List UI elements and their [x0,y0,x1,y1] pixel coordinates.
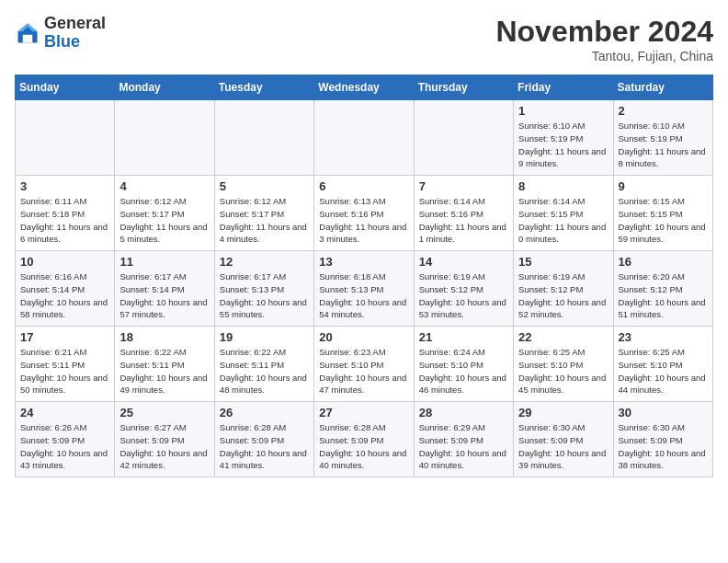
day-number: 27 [319,406,408,419]
day-info: Sunrise: 6:22 AM Sunset: 5:11 PM Dayligh… [220,346,309,396]
day-info: Sunrise: 6:28 AM Sunset: 5:09 PM Dayligh… [319,421,408,472]
day-info: Sunrise: 6:21 AM Sunset: 5:11 PM Dayligh… [20,346,109,396]
day-number: 17 [20,330,109,344]
day-info: Sunrise: 6:16 AM Sunset: 5:14 PM Dayligh… [20,270,109,321]
logo-text: General Blue [44,15,106,52]
day-info: Sunrise: 6:17 AM Sunset: 5:14 PM Dayligh… [119,270,209,321]
calendar-cell: 18Sunrise: 6:22 AM Sunset: 5:11 PM Dayli… [115,327,214,402]
calendar-cell: 4Sunrise: 6:12 AM Sunset: 5:17 PM Daylig… [115,176,214,251]
day-number: 3 [20,179,109,193]
day-number: 20 [319,330,408,344]
calendar-cell: 19Sunrise: 6:22 AM Sunset: 5:11 PM Dayli… [214,327,313,402]
calendar-cell [314,100,414,176]
day-info: Sunrise: 6:23 AM Sunset: 5:10 PM Dayligh… [319,346,408,396]
calendar-cell: 13Sunrise: 6:18 AM Sunset: 5:13 PM Dayli… [314,251,414,327]
day-info: Sunrise: 6:26 AM Sunset: 5:09 PM Dayligh… [20,421,109,472]
calendar-cell: 21Sunrise: 6:24 AM Sunset: 5:10 PM Dayli… [414,327,513,402]
calendar-cell: 22Sunrise: 6:25 AM Sunset: 5:10 PM Dayli… [514,327,613,402]
day-number: 19 [220,330,309,344]
day-number: 22 [518,330,608,344]
day-info: Sunrise: 6:25 AM Sunset: 5:10 PM Dayligh… [619,346,708,396]
col-header-monday: Monday [115,75,214,100]
day-number: 12 [220,255,309,269]
day-number: 4 [119,179,209,193]
calendar-cell: 11Sunrise: 6:17 AM Sunset: 5:14 PM Dayli… [115,251,214,327]
page-header: General Blue November 2024 Tantou, Fujia… [15,15,713,63]
day-number: 1 [518,104,608,118]
calendar-cell: 12Sunrise: 6:17 AM Sunset: 5:13 PM Dayli… [214,251,313,327]
calendar-table: SundayMondayTuesdayWednesdayThursdayFrid… [15,75,713,477]
day-info: Sunrise: 6:14 AM Sunset: 5:16 PM Dayligh… [419,195,508,246]
day-info: Sunrise: 6:29 AM Sunset: 5:09 PM Dayligh… [419,421,508,472]
day-number: 21 [419,330,508,344]
calendar-cell: 25Sunrise: 6:27 AM Sunset: 5:09 PM Dayli… [115,402,214,477]
calendar-cell: 14Sunrise: 6:19 AM Sunset: 5:12 PM Dayli… [414,251,513,327]
day-number: 14 [419,255,508,269]
day-info: Sunrise: 6:10 AM Sunset: 5:19 PM Dayligh… [619,120,708,170]
week-row-1: 1Sunrise: 6:10 AM Sunset: 5:19 PM Daylig… [16,100,713,176]
calendar-cell: 15Sunrise: 6:19 AM Sunset: 5:12 PM Dayli… [514,251,613,327]
calendar-cell: 6Sunrise: 6:13 AM Sunset: 5:16 PM Daylig… [314,176,414,251]
calendar-cell: 30Sunrise: 6:30 AM Sunset: 5:09 PM Dayli… [613,402,712,477]
day-number: 13 [319,255,408,269]
day-number: 18 [119,330,209,344]
calendar-cell: 10Sunrise: 6:16 AM Sunset: 5:14 PM Dayli… [16,251,115,327]
calendar-cell: 2Sunrise: 6:10 AM Sunset: 5:19 PM Daylig… [613,100,712,176]
week-row-4: 17Sunrise: 6:21 AM Sunset: 5:11 PM Dayli… [16,327,713,402]
logo-blue: Blue [44,32,80,51]
calendar-cell: 29Sunrise: 6:30 AM Sunset: 5:09 PM Dayli… [514,402,613,477]
logo-icon [15,20,40,46]
col-header-tuesday: Tuesday [214,75,313,100]
day-number: 28 [419,406,508,419]
calendar-cell: 23Sunrise: 6:25 AM Sunset: 5:10 PM Dayli… [613,327,712,402]
calendar-cell: 3Sunrise: 6:11 AM Sunset: 5:18 PM Daylig… [16,176,115,251]
day-number: 26 [220,406,309,419]
calendar-cell: 27Sunrise: 6:28 AM Sunset: 5:09 PM Dayli… [314,402,414,477]
calendar-cell [115,100,214,176]
day-number: 10 [20,255,109,269]
day-info: Sunrise: 6:25 AM Sunset: 5:10 PM Dayligh… [518,346,608,396]
day-number: 8 [518,179,608,193]
day-info: Sunrise: 6:30 AM Sunset: 5:09 PM Dayligh… [619,421,708,472]
day-info: Sunrise: 6:18 AM Sunset: 5:13 PM Dayligh… [319,270,408,321]
col-header-wednesday: Wednesday [314,75,414,100]
calendar-cell [16,100,115,176]
day-info: Sunrise: 6:13 AM Sunset: 5:16 PM Dayligh… [319,195,408,246]
day-number: 16 [619,255,708,269]
col-header-friday: Friday [514,75,613,100]
day-info: Sunrise: 6:22 AM Sunset: 5:11 PM Dayligh… [119,346,209,396]
calendar-cell [414,100,513,176]
day-info: Sunrise: 6:30 AM Sunset: 5:09 PM Dayligh… [518,421,608,472]
calendar-cell [214,100,313,176]
day-number: 29 [518,406,608,419]
calendar-cell: 26Sunrise: 6:28 AM Sunset: 5:09 PM Dayli… [214,402,313,477]
day-info: Sunrise: 6:27 AM Sunset: 5:09 PM Dayligh… [119,421,209,472]
day-number: 11 [119,255,209,269]
week-row-5: 24Sunrise: 6:26 AM Sunset: 5:09 PM Dayli… [16,402,713,477]
location: Tantou, Fujian, China [495,49,713,63]
day-info: Sunrise: 6:17 AM Sunset: 5:13 PM Dayligh… [220,270,309,321]
col-header-sunday: Sunday [16,75,115,100]
calendar-cell: 5Sunrise: 6:12 AM Sunset: 5:17 PM Daylig… [214,176,313,251]
day-info: Sunrise: 6:19 AM Sunset: 5:12 PM Dayligh… [419,270,508,321]
day-info: Sunrise: 6:11 AM Sunset: 5:18 PM Dayligh… [20,195,109,246]
title-block: November 2024 Tantou, Fujian, China [495,15,713,63]
col-header-thursday: Thursday [414,75,513,100]
calendar-cell: 7Sunrise: 6:14 AM Sunset: 5:16 PM Daylig… [414,176,513,251]
svg-rect-2 [23,35,33,43]
calendar-cell: 8Sunrise: 6:14 AM Sunset: 5:15 PM Daylig… [514,176,613,251]
day-info: Sunrise: 6:14 AM Sunset: 5:15 PM Dayligh… [518,195,608,246]
month-title: November 2024 [495,15,713,49]
day-number: 25 [119,406,209,419]
week-row-3: 10Sunrise: 6:16 AM Sunset: 5:14 PM Dayli… [16,251,713,327]
day-number: 2 [619,104,708,118]
day-number: 23 [619,330,708,344]
day-info: Sunrise: 6:12 AM Sunset: 5:17 PM Dayligh… [220,195,309,246]
day-number: 15 [518,255,608,269]
day-info: Sunrise: 6:20 AM Sunset: 5:12 PM Dayligh… [619,270,708,321]
calendar-cell: 16Sunrise: 6:20 AM Sunset: 5:12 PM Dayli… [613,251,712,327]
day-number: 5 [220,179,309,193]
day-info: Sunrise: 6:19 AM Sunset: 5:12 PM Dayligh… [518,270,608,321]
day-number: 24 [20,406,109,419]
calendar-cell: 9Sunrise: 6:15 AM Sunset: 5:15 PM Daylig… [613,176,712,251]
